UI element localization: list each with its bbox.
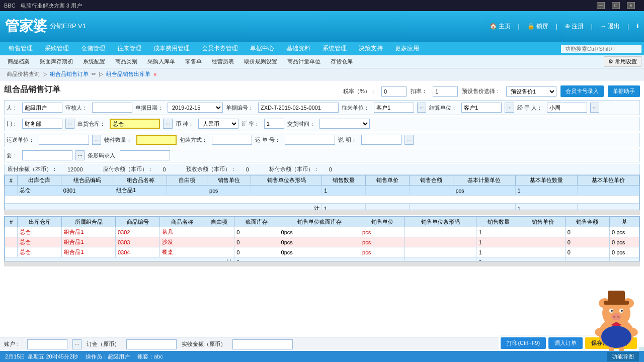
package-input[interactable] [212, 135, 252, 145]
status-account: abc [154, 353, 163, 359]
sub-item-10[interactable]: 存货仓库 [326, 56, 358, 67]
status-operator-label: 操作员： [86, 353, 108, 360]
det-col-price: 销售单价 [521, 217, 565, 227]
assistant-btn[interactable]: 单据助手 [608, 85, 640, 97]
lock-link[interactable]: 🔒 锁屏 [527, 22, 548, 31]
settle-input[interactable] [461, 103, 502, 113]
require-input[interactable] [22, 150, 72, 160]
dept-btn[interactable]: ··· [65, 119, 74, 129]
title-tab2[interactable]: 电脑行业解决方案 3 用户 [21, 2, 82, 10]
warehouse-btn[interactable]: ··· [163, 119, 172, 129]
exchange-input[interactable] [264, 119, 284, 129]
to-unit-input[interactable] [374, 103, 414, 113]
account-btn[interactable]: ··· [72, 339, 82, 349]
nav-search-input[interactable] [561, 45, 641, 53]
receivable-label: 应付余额（本币）： [103, 165, 153, 173]
order-no-input[interactable] [258, 103, 339, 113]
shipping-label: 运送单位： [7, 136, 34, 144]
balance-value: 12000 [67, 166, 83, 172]
register-link[interactable]: ⊕ 注册 [565, 22, 584, 31]
nav-purchase[interactable]: 采购管理 [39, 42, 75, 55]
handler-btn[interactable]: ··· [590, 103, 599, 113]
nav-warehouse[interactable]: 仓储管理 [75, 42, 111, 55]
cell-num [5, 186, 18, 196]
item-count-input[interactable] [136, 135, 177, 145]
sub-item-2[interactable]: 账面库存期初 [35, 56, 78, 67]
col-warehouse: 出库仓库 [17, 175, 61, 186]
home-link[interactable]: 🏠 主页 [490, 22, 511, 31]
title-tab1[interactable]: BBC [4, 3, 16, 9]
breadcrumb-3[interactable]: 组合品销售出库单 [106, 70, 150, 78]
main-table-container: # 出库仓库 组合品编码 组合品名称 自由项 销售单位 销售单位条形码 销售数量… [4, 175, 640, 210]
sub-item-7[interactable]: 经营历表 [207, 56, 239, 67]
review-input[interactable] [92, 103, 132, 113]
member-card-btn[interactable]: 会员卡号录入 [560, 85, 604, 97]
nav-decision[interactable]: 决策支持 [353, 42, 389, 55]
currency-select[interactable]: 人民币 [198, 119, 238, 129]
cell-base-unit: pcs [453, 186, 515, 196]
sub-item-1[interactable]: 商品档案 [3, 56, 35, 67]
nav-basic[interactable]: 基础资料 [280, 42, 316, 55]
detail-table-container: # 出库仓库 所属组合品 商品编号 商品名称 自由项 账面库存 销售单位账面库存… [4, 216, 640, 261]
review-label: 审核人： [65, 104, 88, 112]
shipping-input[interactable] [39, 135, 89, 145]
minimize-btn[interactable]: — [597, 2, 605, 9]
col-name: 组合品名称 [114, 175, 167, 186]
nav-system[interactable]: 系统管理 [316, 42, 353, 55]
table-row-empty[interactable] [5, 196, 639, 204]
function-map-btn[interactable]: 功能导图 [607, 352, 639, 361]
detail-row-1[interactable]: 总仓 组合品1 0302 茶几 0 0pcs pcs 1 0 0 pcs [5, 227, 639, 237]
sub-item-4[interactable]: 商品类别 [110, 56, 142, 67]
dept-input[interactable] [22, 119, 62, 129]
detail-row-2[interactable]: 总仓 组合品1 0303 沙发 0 0pcs pcs 1 0 0 pcs [5, 237, 639, 247]
detail-scroll[interactable] [4, 261, 640, 266]
account-input[interactable] [27, 339, 67, 349]
import-button[interactable]: 调入订单 [548, 337, 583, 349]
breadcrumb-1[interactable]: 商品价格查询 [7, 70, 40, 78]
sub-item-8[interactable]: 取价规则设置 [239, 56, 282, 67]
discount-input[interactable] [433, 86, 458, 97]
table-row[interactable]: 总仓 0301 组合品1 pcs 1 pcs 1 [5, 186, 639, 196]
sub-item-6[interactable]: 零售单 [180, 56, 207, 67]
nav-sales[interactable]: 销售管理 [3, 42, 39, 55]
person-input[interactable] [22, 103, 62, 113]
detail-row-3[interactable]: 总仓 组合品1 0304 餐桌 0 0pcs pcs 1 0 0 pcs [5, 247, 639, 257]
print-button[interactable]: 打印(Ctrl+F9) [501, 337, 546, 349]
nav-member[interactable]: 会员卡券管理 [196, 42, 244, 55]
handler-input[interactable] [547, 103, 587, 113]
barcode-input[interactable] [120, 150, 170, 160]
remarks-btn[interactable]: ··· [405, 135, 414, 145]
nav-docs[interactable]: 单据中心 [244, 42, 280, 55]
date-select[interactable]: 2019-02-15 [168, 103, 223, 113]
sub-item-5[interactable]: 采购入库单 [142, 56, 180, 67]
maximize-btn[interactable]: □ [612, 2, 620, 9]
settings-button[interactable]: ⚙ 常用设置 [604, 56, 641, 67]
tax-input[interactable] [381, 86, 407, 97]
info-link[interactable]: ℹ [636, 23, 639, 30]
breadcrumb-2[interactable]: 组合品销售订单 [50, 70, 89, 78]
sub-item-9[interactable]: 商品计量单位 [282, 56, 326, 67]
shipping-btn[interactable]: ··· [92, 135, 101, 145]
logout-link[interactable]: → 退出 [600, 22, 620, 31]
time-select[interactable] [319, 119, 370, 129]
sub-item-3[interactable]: 系统配置 [78, 56, 110, 67]
nav-dealings[interactable]: 往来管理 [111, 42, 147, 55]
actual-amount-input[interactable] [232, 339, 293, 349]
remarks-input[interactable] [361, 135, 401, 145]
price-select[interactable]: 预设售价1 预设售价2 预设售价3 [506, 86, 556, 97]
table-footer: 计 1 1 [5, 204, 639, 211]
warehouse-input[interactable] [110, 119, 160, 129]
order-no2-input[interactable] [285, 135, 335, 145]
nav-cost[interactable]: 成本费用管理 [147, 42, 196, 55]
detail-footer: 计 0 3 [5, 257, 639, 262]
settle-btn[interactable]: ··· [505, 103, 514, 113]
main-scroll[interactable] [4, 210, 640, 215]
nav-more[interactable]: 更多应用 [389, 42, 425, 55]
close-tab-icon[interactable]: × [153, 71, 156, 77]
to-unit-btn[interactable]: ··· [417, 103, 426, 113]
save-button[interactable]: 保存订单（F9） [585, 337, 637, 349]
require-btn[interactable]: ··· [75, 150, 85, 160]
order-amount-input[interactable] [126, 339, 177, 349]
cell-price [366, 186, 410, 196]
close-btn[interactable]: × [627, 2, 635, 9]
